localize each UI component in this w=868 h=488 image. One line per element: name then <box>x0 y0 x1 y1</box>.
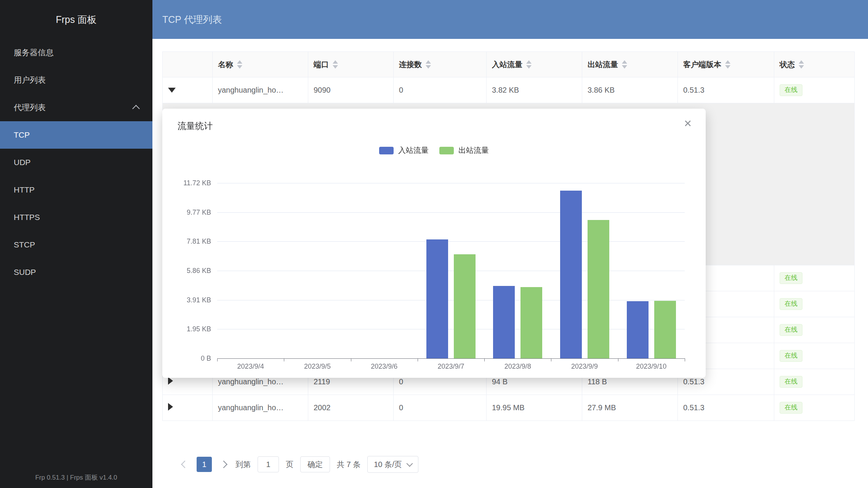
status-badge: 在线 <box>780 376 802 387</box>
y-tick-label: 0 B <box>201 355 211 363</box>
sidebar-item-label: 服务器信息 <box>14 47 54 58</box>
column-header-version[interactable]: 客户端版本 <box>678 52 774 77</box>
cell-connections: 0 <box>394 395 487 421</box>
cell-status: 在线 <box>774 343 855 369</box>
bar-outbound <box>588 220 609 358</box>
goto-label: 到第 <box>235 459 251 470</box>
x-tick-label: 2023/9/10 <box>618 363 685 371</box>
sidebar-item-label: TCP <box>14 130 30 140</box>
legend-label: 入站流量 <box>398 145 429 156</box>
column-header-expand <box>163 52 213 77</box>
sidebar-item-tcp[interactable]: TCP <box>0 121 152 149</box>
column-header-traffic-out[interactable]: 出站流量 <box>582 52 678 77</box>
bar-inbound <box>493 286 515 358</box>
next-page-button[interactable] <box>219 459 229 469</box>
sidebar-item-sudp[interactable]: SUDP <box>0 258 152 286</box>
column-header-inner: 入站流量 <box>492 59 577 70</box>
y-tick-label: 1.95 KB <box>187 325 211 333</box>
axis-tick <box>351 358 351 361</box>
cell-name: yanghuanglin_ho… <box>213 395 308 421</box>
column-label: 连接数 <box>399 59 422 70</box>
column-label: 状态 <box>780 59 795 70</box>
cell-version: 0.51.3 <box>678 77 774 103</box>
traffic-chart <box>217 183 685 358</box>
sidebar-item-udp[interactable]: UDP <box>0 149 152 176</box>
collapse-row-icon[interactable] <box>168 88 176 93</box>
cell-status: 在线 <box>774 395 855 421</box>
page-jump-input[interactable] <box>258 456 279 472</box>
close-icon[interactable]: ✕ <box>684 119 692 128</box>
sidebar-item-label: 用户列表 <box>14 75 46 85</box>
legend-item[interactable]: 入站流量 <box>379 145 429 156</box>
status-badge: 在线 <box>780 402 802 413</box>
sidebar-item-users[interactable]: 用户列表 <box>0 66 152 94</box>
sort-desc-icon <box>622 65 627 69</box>
cell-port: 9090 <box>308 77 394 103</box>
expand-row-icon[interactable] <box>168 403 173 411</box>
sidebar-item-label: HTTPS <box>14 213 40 222</box>
prev-page-button[interactable] <box>180 459 190 469</box>
sort-asc-icon <box>426 60 431 64</box>
x-tick-label: 2023/9/6 <box>351 363 418 371</box>
chart-band <box>418 183 484 358</box>
sort-desc-icon <box>526 65 532 69</box>
app-title: Frps 面板 <box>0 0 152 39</box>
sort-asc-icon <box>333 60 338 64</box>
legend-label: 出站流量 <box>458 145 489 156</box>
sort-carets-icon[interactable] <box>237 60 242 69</box>
chart-bars <box>217 183 685 358</box>
page-size-select[interactable]: 10 条/页 <box>367 456 418 473</box>
column-header-connections[interactable]: 连接数 <box>394 52 487 77</box>
sort-asc-icon <box>526 60 532 64</box>
chart-x-axis: 2023/9/42023/9/52023/9/62023/9/72023/9/8… <box>217 363 685 371</box>
sort-asc-icon <box>725 60 730 64</box>
legend-item[interactable]: 出站流量 <box>439 145 489 156</box>
sidebar-item-stcp[interactable]: STCP <box>0 231 152 258</box>
axis-tick <box>484 358 485 361</box>
y-tick-label: 5.86 KB <box>187 267 211 275</box>
page-number-1[interactable]: 1 <box>197 457 212 472</box>
x-tick-label: 2023/9/8 <box>484 363 551 371</box>
column-label: 客户端版本 <box>683 59 721 70</box>
bar-outbound <box>520 287 542 358</box>
axis-tick <box>418 358 418 361</box>
bar-inbound <box>426 239 448 358</box>
sort-carets-icon[interactable] <box>725 60 730 69</box>
sort-desc-icon <box>426 65 431 69</box>
column-label: 端口 <box>314 59 329 70</box>
sort-carets-icon[interactable] <box>426 60 431 69</box>
x-axis-line <box>217 358 685 359</box>
column-header-status[interactable]: 状态 <box>774 52 855 77</box>
cell-traffic-out: 27.9 MB <box>582 395 678 421</box>
sidebar-item-proxies[interactable]: 代理列表 <box>0 94 152 121</box>
sidebar-item-https[interactable]: HTTPS <box>0 204 152 231</box>
y-tick-label: 3.91 KB <box>187 296 211 304</box>
table-row: yanghuanglin_ho…2002019.95 MB27.9 MB0.51… <box>163 395 855 421</box>
column-header-port[interactable]: 端口 <box>308 52 394 77</box>
sidebar-menu: 服务器信息用户列表代理列表TCPUDPHTTPHTTPSSTCPSUDP <box>0 39 152 286</box>
cell-status: 在线 <box>774 265 855 291</box>
chart-band <box>618 183 685 358</box>
status-badge: 在线 <box>780 324 802 336</box>
expand-cell <box>163 77 213 103</box>
sort-carets-icon[interactable] <box>333 60 338 69</box>
column-header-name[interactable]: 名称 <box>213 52 308 77</box>
column-label: 入站流量 <box>492 59 522 70</box>
sidebar: Frps 面板 服务器信息用户列表代理列表TCPUDPHTTPHTTPSSTCP… <box>0 0 152 488</box>
traffic-stats-modal: 流量统计 ✕ 入站流量出站流量 11.72 KB9.77 KB7.81 KB5.… <box>162 109 706 378</box>
sort-carets-icon[interactable] <box>622 60 627 69</box>
expand-row-icon[interactable] <box>168 377 173 385</box>
column-label: 出站流量 <box>588 59 618 70</box>
bar-inbound <box>627 301 649 358</box>
chart-band <box>284 183 351 358</box>
column-header-inner: 连接数 <box>399 59 481 70</box>
sidebar-item-http[interactable]: HTTP <box>0 176 152 204</box>
sort-carets-icon[interactable] <box>526 60 532 69</box>
cell-status: 在线 <box>774 369 855 395</box>
x-tick-label: 2023/9/7 <box>418 363 484 371</box>
sort-desc-icon <box>799 65 804 69</box>
sort-carets-icon[interactable] <box>799 60 804 69</box>
confirm-button[interactable]: 确定 <box>300 456 330 472</box>
sidebar-item-server-info[interactable]: 服务器信息 <box>0 39 152 66</box>
column-header-traffic-in[interactable]: 入站流量 <box>487 52 582 77</box>
